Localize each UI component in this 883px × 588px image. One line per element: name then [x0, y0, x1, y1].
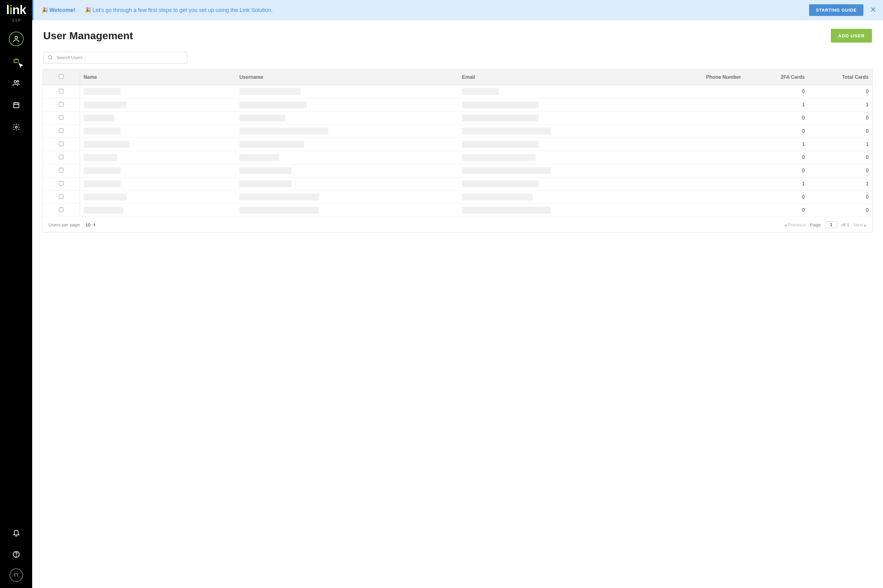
row-checkbox[interactable] — [59, 155, 63, 159]
svg-point-3 — [17, 81, 18, 82]
svg-point-0 — [15, 36, 18, 39]
add-user-button[interactable]: ADD USER — [831, 29, 872, 43]
svg-rect-4 — [14, 103, 19, 108]
pager-page-label: Page — [810, 222, 821, 227]
sidebar-item-users[interactable] — [9, 76, 24, 90]
side-nav — [9, 32, 24, 135]
column-name[interactable]: Name — [80, 69, 236, 85]
users-icon — [12, 79, 20, 87]
calendar-icon — [12, 101, 20, 109]
table-row[interactable]: 11 — [43, 177, 872, 190]
table-row[interactable]: 00 — [43, 190, 872, 204]
select-all-checkbox[interactable] — [59, 74, 63, 79]
logo-prefix: l — [6, 3, 9, 16]
avatar-initials: TT — [14, 573, 19, 578]
search-input[interactable] — [56, 55, 184, 60]
cell-2fa: 0 — [745, 151, 808, 164]
table-row[interactable]: 00 — [43, 111, 872, 125]
table-row[interactable]: 00 — [43, 204, 872, 217]
device-icon — [12, 57, 20, 65]
row-checkbox[interactable] — [59, 141, 63, 146]
perpage-label: Users per page — [48, 222, 80, 227]
cell-2fa: 1 — [745, 138, 808, 151]
skeleton-name — [84, 141, 130, 148]
banner-welcome: Welcome! — [50, 7, 75, 14]
table-row[interactable]: 00 — [43, 85, 872, 98]
skeleton-username — [239, 128, 328, 135]
logo-version: 1.1.0 — [6, 18, 26, 22]
column-email[interactable]: Email — [458, 69, 681, 85]
column-phone[interactable]: Phone Number — [681, 69, 745, 85]
sidebar-item-settings[interactable] — [9, 120, 24, 135]
cell-phone — [681, 85, 745, 98]
cell-phone — [681, 125, 745, 138]
sidebar-item-highlighted[interactable] — [9, 54, 24, 68]
pager-page-input[interactable] — [825, 221, 837, 228]
skeleton-username — [239, 154, 279, 161]
row-checkbox[interactable] — [59, 168, 63, 172]
cell-2fa: 0 — [745, 190, 808, 204]
page-title: User Management — [43, 30, 133, 42]
main: 🎉 Welcome! 🎉 Let's go through a few firs… — [32, 0, 883, 588]
pager-previous[interactable]: ◀ Previous — [784, 222, 806, 227]
column-2fa[interactable]: 2FA Cards — [745, 69, 808, 85]
skeleton-name — [84, 180, 120, 187]
perpage-select[interactable]: 10 ▲▼ — [86, 222, 96, 227]
sidebar-item-notifications[interactable] — [9, 525, 24, 540]
row-checkbox[interactable] — [59, 102, 63, 106]
skeleton-email — [462, 194, 533, 200]
search-row — [32, 44, 883, 66]
bell-icon — [12, 529, 20, 537]
cell-total: 0 — [808, 111, 872, 125]
skeleton-email — [462, 128, 551, 135]
cell-2fa: 1 — [745, 98, 808, 111]
logo: link 1.1.0 — [6, 3, 26, 22]
table-row[interactable]: 11 — [43, 138, 872, 151]
table-row[interactable]: 11 — [43, 98, 872, 111]
cell-phone — [681, 204, 745, 217]
skeleton-username — [239, 115, 286, 122]
svg-point-8 — [48, 56, 51, 59]
column-total[interactable]: Total Cards — [808, 69, 872, 85]
pager-next[interactable]: Next ▶ — [854, 222, 867, 227]
banner-close-button[interactable] — [870, 6, 876, 14]
row-checkbox[interactable] — [59, 115, 63, 120]
skeleton-username — [239, 88, 301, 95]
page-header: User Management ADD USER — [32, 20, 883, 44]
skeleton-username — [239, 180, 292, 187]
sidebar-item-calendar[interactable] — [9, 98, 24, 112]
cell-total: 1 — [808, 98, 872, 111]
row-checkbox[interactable] — [59, 194, 63, 199]
search-icon — [47, 54, 53, 61]
table-row[interactable]: 00 — [43, 125, 872, 138]
users-table: Name Username Email Phone Number 2FA Car… — [43, 69, 872, 217]
skeleton-username — [239, 167, 292, 174]
search-box[interactable] — [43, 52, 187, 63]
skeleton-email — [462, 141, 539, 148]
sidebar-item-profile[interactable] — [9, 32, 24, 46]
row-checkbox[interactable] — [59, 181, 63, 186]
pager: ◀ Previous Page of 1 Next ▶ — [784, 221, 867, 228]
row-checkbox[interactable] — [59, 89, 63, 93]
column-username[interactable]: Username — [236, 69, 458, 85]
skeleton-email — [462, 180, 539, 187]
skeleton-name — [84, 101, 126, 108]
skeleton-name — [84, 207, 123, 214]
sort-arrows-icon: ▲▼ — [93, 223, 96, 226]
table-row[interactable]: 00 — [43, 164, 872, 177]
row-checkbox[interactable] — [59, 207, 63, 212]
sidebar-item-help[interactable] — [9, 547, 24, 562]
row-checkbox[interactable] — [59, 128, 63, 133]
table-row[interactable]: 00 — [43, 151, 872, 164]
avatar[interactable]: TT — [9, 568, 23, 582]
starting-guide-button[interactable]: STARTING GUIDE — [809, 4, 863, 16]
skeleton-email — [462, 167, 551, 174]
gear-icon — [12, 123, 20, 131]
skeleton-username — [239, 101, 307, 108]
cell-2fa: 0 — [745, 204, 808, 217]
cell-2fa: 0 — [745, 125, 808, 138]
cell-phone — [681, 111, 745, 125]
pager-of-label: of 1 — [842, 222, 849, 227]
cell-phone — [681, 98, 745, 111]
cell-2fa: 1 — [745, 177, 808, 190]
